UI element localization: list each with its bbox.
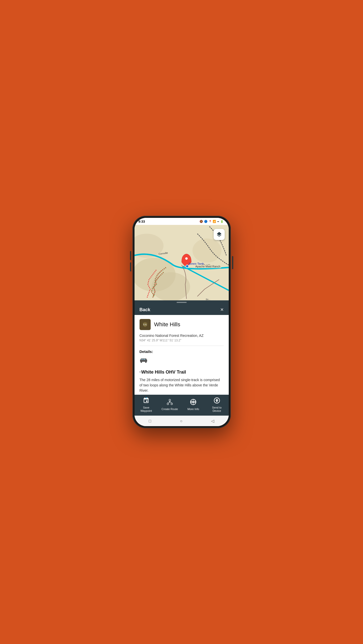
- close-button[interactable]: ×: [220, 307, 224, 312]
- drag-handle[interactable]: [135, 300, 229, 304]
- trail-title: White Hills OHV Trail: [140, 370, 224, 375]
- poi-header: U.S. White Hills: [140, 319, 224, 330]
- svg-text:U.S.: U.S.: [143, 324, 147, 326]
- svg-text:Be...: Be...: [206, 298, 210, 300]
- send-to-device-icon: [214, 397, 220, 405]
- nav-home-button[interactable]: ○: [180, 419, 183, 423]
- phone-screen: 9:33 🔕 🔵 📍 📶 ▪▪ 🔋: [135, 218, 229, 426]
- svg-point-2: [151, 272, 190, 300]
- create-route-button[interactable]: Create Route: [161, 399, 179, 411]
- phone-frame: 9:33 🔕 🔵 📍 📶 ▪▪ 🔋: [133, 216, 231, 428]
- android-nav-bar: □ ○ ◁: [135, 416, 229, 426]
- content-area[interactable]: U.S. White Hills Coconino National Fores…: [135, 315, 229, 395]
- status-icons: 🔕 🔵 📍 📶 ▪▪ 🔋: [200, 220, 223, 223]
- save-waypoint-button[interactable]: SaveWaypoint: [137, 397, 155, 413]
- vehicle-icon: [140, 356, 224, 366]
- vol-up-button: [130, 251, 131, 260]
- jeep-icon: [140, 356, 148, 364]
- status-bar: 9:33 🔕 🔵 📍 📶 ▪▪ 🔋: [135, 218, 229, 225]
- more-info-icon: [190, 399, 196, 406]
- trail-description: The 28 miles of motorized single-track i…: [140, 377, 224, 393]
- sheet-header: Back ×: [135, 304, 229, 315]
- poi-title: White Hills: [154, 321, 180, 328]
- nav-back-button[interactable]: ◁: [211, 419, 214, 423]
- details-label: Details:: [140, 349, 224, 354]
- back-button[interactable]: Back: [140, 307, 150, 312]
- create-route-icon: [167, 399, 173, 406]
- svg-point-27: [167, 403, 169, 405]
- wifi-icon: 📶: [213, 220, 216, 223]
- bottom-toolbar: SaveWaypoint Create Route: [135, 395, 229, 416]
- svg-point-29: [171, 403, 173, 405]
- poi-icon: U.S.: [140, 319, 151, 330]
- svg-rect-26: [146, 397, 146, 398]
- send-to-device-button[interactable]: Send toDevice: [208, 397, 226, 413]
- poi-subtitle: Coconino National Forest Recreation, AZ: [140, 334, 224, 338]
- svg-point-28: [169, 399, 171, 401]
- svg-marker-35: [215, 399, 218, 402]
- svg-point-9: [186, 265, 189, 268]
- poi-coords: N34° 41' 25.9" W111° 51' 13.2": [140, 339, 224, 346]
- bluetooth-icon: 🔵: [204, 220, 208, 223]
- svg-point-25: [145, 362, 146, 363]
- usfs-shield-icon: U.S.: [142, 321, 149, 328]
- battery-icon: 🔋: [220, 220, 224, 223]
- create-route-label: Create Route: [161, 408, 178, 411]
- layers-icon: [216, 231, 222, 237]
- save-waypoint-label: SaveWaypoint: [141, 406, 152, 413]
- svg-point-30: [169, 401, 170, 403]
- save-waypoint-icon: [143, 397, 149, 405]
- map-layer-button[interactable]: [214, 229, 225, 240]
- send-to-device-label: Send toDevice: [212, 406, 222, 413]
- mute-icon: 🔕: [200, 220, 203, 223]
- svg-rect-21: [143, 359, 145, 360]
- more-info-button[interactable]: More Info: [184, 399, 202, 411]
- drag-handle-bar: [177, 302, 187, 303]
- svg-point-3: [192, 238, 221, 263]
- vol-down-button: [130, 262, 131, 271]
- nav-recent-button[interactable]: □: [149, 419, 151, 423]
- map-view[interactable]: Cornville NF-120 Be...: [135, 225, 229, 300]
- signal-icon: ▪▪: [217, 220, 219, 223]
- more-info-label: More Info: [187, 408, 199, 411]
- svg-rect-20: [141, 359, 143, 360]
- svg-point-24: [141, 362, 142, 363]
- status-time: 9:33: [139, 220, 145, 223]
- location-icon: 📍: [209, 220, 212, 223]
- power-button: [232, 256, 233, 269]
- svg-point-8: [185, 257, 188, 260]
- place-label-apache: Apache Maid Ranch: [194, 265, 221, 268]
